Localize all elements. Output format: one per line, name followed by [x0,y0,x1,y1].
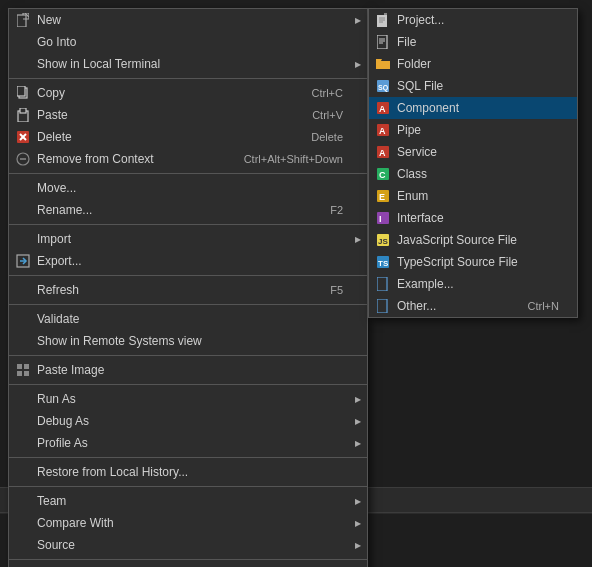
separator-10 [9,559,367,560]
sub-menu-item-example[interactable]: Example... [369,273,577,295]
svg-rect-3 [17,86,25,96]
svg-text:SQ: SQ [378,84,389,92]
menu-item-paste-image[interactable]: Paste Image [9,359,367,381]
svg-text:A: A [379,126,386,136]
project-file-icon [374,11,392,29]
menu-item-move[interactable]: Move... [9,177,367,199]
sub-menu-label-javascript-source-file: JavaScript Source File [397,233,517,247]
menu-label-import: Import [37,232,71,246]
separator-1 [9,78,367,79]
menu-label-export: Export... [37,254,82,268]
svg-rect-14 [24,364,29,369]
menu-item-remove-from-context[interactable]: Remove from Context Ctrl+Alt+Shift+Down [9,148,367,170]
menu-label-show-in-local-terminal: Show in Local Terminal [37,57,160,71]
shortcut-remove-from-context: Ctrl+Alt+Shift+Down [244,153,357,165]
sub-menu-item-component[interactable]: A Component [369,97,577,119]
menu-item-new[interactable]: New [9,9,367,31]
shortcut-copy: Ctrl+C [312,87,357,99]
separator-3 [9,224,367,225]
enum-icon: E [374,187,392,205]
svg-rect-0 [17,15,26,27]
menu-label-move: Move... [37,181,76,195]
sub-menu-item-enum[interactable]: E Enum [369,185,577,207]
separator-8 [9,457,367,458]
sub-menu-label-class: Class [397,167,427,181]
sub-menu-label-enum: Enum [397,189,428,203]
sub-menu-item-folder[interactable]: Folder [369,53,577,75]
svg-text:JS: JS [378,237,388,246]
menu-item-delete[interactable]: Delete Delete [9,126,367,148]
folder-icon [374,55,392,73]
menu-item-compare-with[interactable]: Compare With [9,512,367,534]
menu-item-restore-from-local-history[interactable]: Restore from Local History... [9,461,367,483]
sub-menu-label-typescript-source-file: TypeScript Source File [397,255,518,269]
menu-item-paste[interactable]: Paste Ctrl+V [9,104,367,126]
sub-menu-item-interface[interactable]: I Interface [369,207,577,229]
svg-rect-16 [24,371,29,376]
separator-6 [9,355,367,356]
shortcut-rename: F2 [330,204,357,216]
sub-menu-item-project[interactable]: Project... [369,9,577,31]
separator-2 [9,173,367,174]
svg-text:A: A [379,148,386,158]
sub-menu-item-sql-file[interactable]: SQ SQL File [369,75,577,97]
sub-menu-item-class[interactable]: C Class [369,163,577,185]
service-icon: A [374,143,392,161]
menu-item-export[interactable]: Export... [9,250,367,272]
svg-rect-5 [20,108,26,113]
menu-item-go-into[interactable]: Go Into [9,31,367,53]
menu-item-team[interactable]: Team [9,490,367,512]
menu-item-copy[interactable]: Copy Ctrl+C [9,82,367,104]
example-file-icon [374,275,392,293]
menu-label-compare-with: Compare With [37,516,114,530]
menu-item-profile-as[interactable]: Profile As [9,432,367,454]
sub-menu-item-pipe[interactable]: A Pipe [369,119,577,141]
sub-menu-item-typescript-source-file[interactable]: TS TypeScript Source File [369,251,577,273]
menu-item-properties[interactable]: Properties Alt+Enter [9,563,367,567]
menu-label-validate: Validate [37,312,79,326]
svg-text:A: A [379,104,386,114]
menu-item-refresh[interactable]: Refresh F5 [9,279,367,301]
svg-text:I: I [379,214,382,224]
file-icon [374,33,392,51]
sub-menu-label-sql-file: SQL File [397,79,443,93]
separator-9 [9,486,367,487]
sub-menu-item-other[interactable]: Other... Ctrl+N [369,295,577,317]
menu-item-run-as[interactable]: Run As [9,388,367,410]
sub-menu-item-service[interactable]: A Service [369,141,577,163]
menu-label-remove-from-context: Remove from Context [37,152,154,166]
sub-menu-item-javascript-source-file[interactable]: JS JavaScript Source File [369,229,577,251]
menu-item-validate[interactable]: Validate [9,308,367,330]
menu-item-show-in-local-terminal[interactable]: Show in Local Terminal [9,53,367,75]
menu-item-source[interactable]: Source [9,534,367,556]
menu-label-new: New [37,13,61,27]
svg-rect-44 [377,277,387,291]
menu-label-show-in-remote-systems: Show in Remote Systems view [37,334,202,348]
sub-menu-item-file[interactable]: File [369,31,577,53]
other-file-icon [374,297,392,315]
sql-icon: SQ [374,77,392,95]
sub-menu-label-interface: Interface [397,211,444,225]
shortcut-refresh: F5 [330,284,357,296]
menu-item-rename[interactable]: Rename... F2 [9,199,367,221]
paste-icon [14,106,32,124]
component-icon: A [374,99,392,117]
menu-item-show-in-remote-systems[interactable]: Show in Remote Systems view [9,330,367,352]
sub-menu-label-other: Other... [397,299,436,313]
menu-label-copy: Copy [37,86,65,100]
menu-label-profile-as: Profile As [37,436,88,450]
pipe-icon: A [374,121,392,139]
svg-rect-45 [377,299,387,313]
menu-item-debug-as[interactable]: Debug As [9,410,367,432]
separator-7 [9,384,367,385]
sub-menu-label-service: Service [397,145,437,159]
svg-rect-15 [17,371,22,376]
remove-icon [14,150,32,168]
sub-menu-label-folder: Folder [397,57,431,71]
menu-label-team: Team [37,494,66,508]
svg-text:TS: TS [378,259,389,268]
context-menu: New Go Into Show in Local Terminal Copy … [8,8,368,567]
menu-item-import[interactable]: Import [9,228,367,250]
svg-rect-22 [377,35,387,49]
menu-label-rename: Rename... [37,203,92,217]
